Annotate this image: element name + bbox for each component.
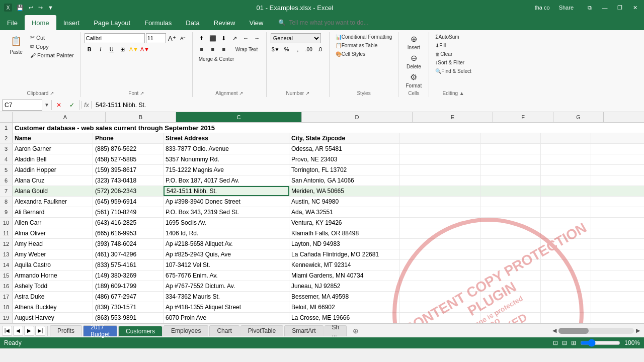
row-header-9[interactable]: 9 [0,207,13,217]
cell-phone-5[interactable]: (159) 395-8617 [93,165,164,175]
cell-city-3[interactable]: Odessa, AR 55481 [289,144,400,154]
cell-city-12[interactable]: Layton, ND 94983 [289,239,400,249]
h-scroll-right[interactable]: ▶ [636,327,640,334]
cell-g-14[interactable] [541,260,591,270]
cell-e-3[interactable] [400,144,480,154]
cell-city-14[interactable]: Kennewick, MT 92314 [289,260,400,270]
cell-phone-9[interactable]: (561) 710-8249 [93,207,164,217]
cell-g-11[interactable] [541,228,591,238]
cell-phone-18[interactable]: (839) 730-1571 [93,302,164,312]
cell-name-4[interactable]: Aladdin Bell [13,154,93,164]
cell-city-8[interactable]: Austin, NC 94980 [289,197,400,207]
title-cell[interactable]: Customer database - web sales current th… [13,123,400,133]
header-city-cell[interactable]: City, State Zipcode [289,133,400,143]
row-header-10[interactable]: 10 [0,218,13,228]
sheet-tab-pivot[interactable]: PivotTable [240,325,283,336]
cell-f-6[interactable] [480,175,541,186]
cell-g-16[interactable] [541,281,591,291]
cell-f-19[interactable] [480,313,541,323]
cell-g-10[interactable] [541,218,591,228]
page-break-view-btn[interactable]: ⊞ [571,339,576,346]
cell-g-9[interactable] [541,207,591,217]
cell-address-17[interactable]: 334-7362 Mauris St. [164,292,289,302]
indent-increase-btn[interactable]: → [252,33,262,43]
format-btn[interactable]: ⚙ Format [403,71,425,89]
cell-city-7[interactable]: Meriden, WA 50665 [289,186,400,196]
row-header-16[interactable]: 16 [0,281,13,291]
cell-city-10[interactable]: Ventura, KY 19426 [289,218,400,228]
cell-f-5[interactable] [480,165,541,175]
col-header-g[interactable]: G [553,112,604,122]
cell-g-4[interactable] [541,154,591,164]
cell-city-13[interactable]: La Cañada Flintridge, MO 22681 [289,249,400,259]
clear-btn[interactable]: 🗑 Clear [433,50,454,58]
cell-e-15[interactable] [400,270,480,281]
cell-g-13[interactable] [541,249,591,259]
cell-f-8[interactable] [480,197,541,207]
row-header-11[interactable]: 11 [0,228,13,238]
cell-address-3[interactable]: 833-7877 Odio. Avenue [164,144,289,154]
cancel-formula-btn[interactable]: ✕ [54,100,64,110]
cell-g-12[interactable] [541,239,591,249]
cell-g-5[interactable] [541,165,591,175]
sheet-tab-profits[interactable]: Profits [50,325,82,336]
cell-g-15[interactable] [541,270,591,281]
cell-g-8[interactable] [541,197,591,207]
cell-e-4[interactable] [400,154,480,164]
sheet-tab-chart[interactable]: Chart [209,325,239,336]
cell-f-16[interactable] [480,281,541,291]
cell-ref-dropdown[interactable]: ▼ [44,102,49,108]
format-table-btn[interactable]: 📋 Format as Table [334,42,380,49]
sheet-nav-next[interactable]: ▶ [24,326,34,336]
sheet-nav-first[interactable]: |◀ [2,326,12,336]
col-header-d[interactable]: D [302,112,413,122]
percent-btn[interactable]: % [282,44,292,54]
cell-phone-3[interactable]: (885) 876-5622 [93,144,164,154]
row-header-3[interactable]: 3 [0,144,13,154]
cell-city-9[interactable]: Ada, WA 32551 [289,207,400,217]
cell-g-3[interactable] [541,144,591,154]
cell-name-9[interactable]: Ali Bernard [13,207,93,217]
cell-e-14[interactable] [400,260,480,270]
number-format-select[interactable]: General Number Currency Accounting Date … [271,33,321,43]
cell-phone-10[interactable]: (643) 416-2825 [93,218,164,228]
h-scrollbar[interactable] [558,328,634,334]
cell-address-19[interactable]: 6070 Proin Ave [164,313,289,323]
cell-city-17[interactable]: Bessemer, MA 49598 [289,292,400,302]
undo-qat-btn[interactable]: ↩ [27,4,35,12]
conditional-formatting-btn[interactable]: 📊 Conditional Formatting [334,33,394,41]
row-header-4[interactable]: 4 [0,154,13,164]
row-header-1[interactable]: 1 [0,123,13,133]
row-header-8[interactable]: 8 [0,197,13,207]
cell-address-4[interactable]: 5357 Nonummy Rd. [164,154,289,164]
bold-btn[interactable]: B [85,44,95,54]
normal-view-btn[interactable]: ⊡ [553,339,558,346]
corner-cell[interactable] [0,112,13,122]
restore-to-window-btn[interactable]: ⧉ [585,3,595,13]
cell-phone-16[interactable]: (189) 609-1799 [93,281,164,291]
redo-qat-btn[interactable]: ↪ [37,4,44,12]
cell-f-18[interactable] [480,302,541,312]
cell-reference-input[interactable] [2,100,42,111]
col-header-b[interactable]: B [106,112,176,122]
font-name-input[interactable] [85,33,145,43]
cell-styles-btn[interactable]: 🎨 Cell Styles [334,50,367,58]
cell-f-13[interactable] [480,249,541,259]
cell-address-11[interactable]: 1406 Id, Rd. [164,228,289,238]
cell-address-16[interactable]: Ap #767-7552 Dictum. Av. [164,281,289,291]
page-layout-view-btn[interactable]: ⊟ [562,339,567,346]
row-header-15[interactable]: 15 [0,270,13,281]
cell-f-10[interactable] [480,218,541,228]
h-scroll-left[interactable]: ◀ [552,327,556,334]
tab-home[interactable]: Home [25,15,56,30]
cell-e-10[interactable] [400,218,480,228]
cell-f-15[interactable] [480,270,541,281]
sheet-tab-smartart[interactable]: SmartArt [284,325,323,336]
col-header-a[interactable]: A [25,112,106,122]
confirm-formula-btn[interactable]: ✓ [67,100,77,110]
row-header-19[interactable]: 19 [0,313,13,323]
tab-view[interactable]: View [242,15,270,30]
tell-me-input[interactable] [286,18,386,27]
minimize-btn[interactable]: — [600,3,610,13]
delete-btn[interactable]: ⊖ Delete [403,52,425,70]
